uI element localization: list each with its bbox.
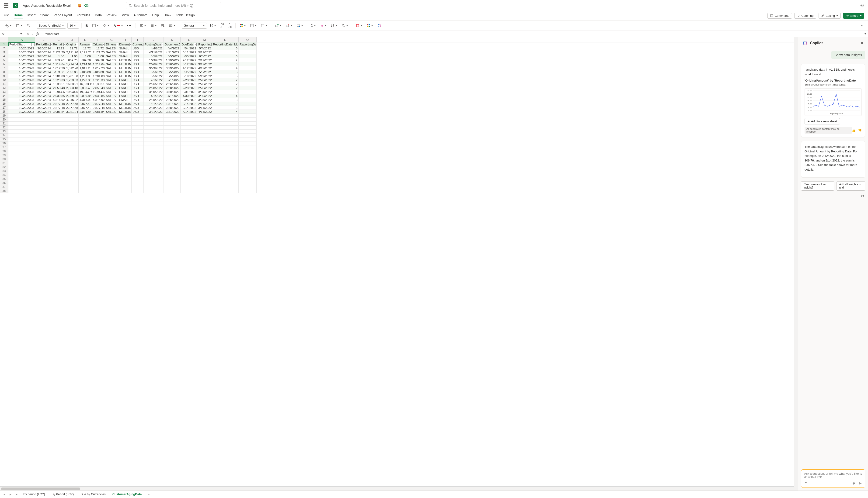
cell[interactable] bbox=[9, 122, 35, 126]
tab-review[interactable]: Review bbox=[106, 13, 117, 18]
cell[interactable]: 10/20/2023 bbox=[9, 106, 35, 110]
catchup-button[interactable]: Catch up bbox=[794, 13, 816, 19]
cell[interactable]: 5/19/2022 bbox=[197, 74, 212, 78]
cell[interactable] bbox=[164, 122, 181, 126]
cell[interactable] bbox=[92, 153, 105, 157]
row-header[interactable]: 12 bbox=[0, 86, 9, 90]
format-painter-button[interactable] bbox=[25, 23, 32, 28]
cell[interactable] bbox=[105, 181, 118, 185]
cell[interactable]: SALES bbox=[105, 70, 118, 74]
cell[interactable]: 3/20/2024 bbox=[35, 98, 52, 102]
cell[interactable] bbox=[79, 130, 92, 133]
cell[interactable] bbox=[131, 173, 144, 177]
filter-button[interactable] bbox=[50, 43, 52, 46]
cell[interactable]: 4/12/2022 bbox=[197, 66, 212, 70]
cell[interactable] bbox=[35, 153, 52, 157]
cell[interactable] bbox=[164, 161, 181, 165]
cell[interactable]: 1,214.64 bbox=[92, 62, 105, 66]
cell[interactable] bbox=[181, 161, 197, 165]
cell[interactable] bbox=[79, 181, 92, 185]
cell[interactable] bbox=[52, 181, 65, 185]
cell[interactable]: 1,223.33 bbox=[52, 78, 65, 82]
cell[interactable] bbox=[79, 114, 92, 118]
row-header[interactable]: 38 bbox=[0, 189, 9, 193]
cell[interactable] bbox=[118, 137, 131, 142]
cell[interactable] bbox=[79, 177, 92, 181]
microphone-icon[interactable] bbox=[852, 482, 856, 485]
cell[interactable]: 2,853.48 bbox=[52, 86, 65, 90]
cell[interactable]: 3,081.84 bbox=[79, 110, 92, 114]
cell[interactable] bbox=[239, 50, 257, 54]
cell[interactable]: 1.06 bbox=[79, 54, 92, 58]
cell[interactable]: 2 bbox=[212, 86, 239, 90]
cell[interactable]: -103.00 bbox=[79, 70, 92, 74]
cell[interactable] bbox=[35, 157, 52, 161]
cell[interactable] bbox=[92, 114, 105, 118]
cell[interactable] bbox=[181, 149, 197, 153]
cell[interactable] bbox=[164, 169, 181, 173]
cancel-formula-icon[interactable]: ✕ bbox=[27, 32, 29, 36]
cell[interactable]: 2 bbox=[212, 78, 239, 82]
cell[interactable] bbox=[35, 118, 52, 122]
cell[interactable] bbox=[92, 130, 105, 133]
column-header-H[interactable]: H bbox=[118, 37, 131, 42]
cell[interactable] bbox=[197, 122, 212, 126]
add-sheet-button[interactable]: + bbox=[146, 492, 151, 497]
cell[interactable] bbox=[79, 157, 92, 161]
cell[interactable]: SALES bbox=[105, 90, 118, 94]
cell[interactable]: 1,281.00 bbox=[92, 74, 105, 78]
sheet-tab-by-period--lcy-[interactable]: By period (LCY) bbox=[20, 492, 48, 497]
sort-filter-button[interactable] bbox=[329, 23, 339, 28]
cell[interactable] bbox=[92, 126, 105, 130]
filter-button[interactable] bbox=[161, 43, 163, 46]
cell[interactable] bbox=[131, 161, 144, 165]
cell[interactable] bbox=[239, 130, 257, 133]
sheet-tab-due-by-currencies[interactable]: Due by Currencies bbox=[77, 492, 109, 497]
cell[interactable] bbox=[52, 118, 65, 122]
cell[interactable]: 2,877.48 bbox=[92, 102, 105, 106]
cell[interactable]: 5 bbox=[212, 74, 239, 78]
thumbs-down-button[interactable]: 👎 bbox=[858, 129, 862, 132]
cell[interactable] bbox=[9, 118, 35, 122]
cell[interactable] bbox=[9, 130, 35, 133]
cell[interactable] bbox=[144, 185, 164, 189]
copilot-input-box[interactable] bbox=[801, 469, 865, 488]
cell[interactable] bbox=[181, 165, 197, 169]
table-header-cell[interactable]: ReportingDate bbox=[239, 42, 257, 47]
cell[interactable]: 2/26/2022 bbox=[164, 82, 181, 86]
cell[interactable] bbox=[239, 114, 257, 118]
cell[interactable] bbox=[144, 137, 164, 142]
cell[interactable]: 3/20/2024 bbox=[35, 90, 52, 94]
cell[interactable] bbox=[65, 161, 79, 165]
column-header-I[interactable]: I bbox=[131, 37, 144, 42]
cell[interactable] bbox=[65, 114, 79, 118]
cell[interactable] bbox=[65, 145, 79, 149]
copilot-ribbon-button[interactable] bbox=[376, 23, 383, 29]
cell[interactable] bbox=[164, 142, 181, 145]
cell[interactable] bbox=[79, 189, 92, 193]
cell[interactable] bbox=[181, 130, 197, 133]
cell[interactable]: 1,281.00 bbox=[52, 74, 65, 78]
table-header-cell[interactable]: PostingDate bbox=[144, 42, 164, 47]
cell[interactable]: 3/20/2024 bbox=[35, 110, 52, 114]
cell[interactable] bbox=[131, 133, 144, 137]
cell[interactable] bbox=[212, 185, 239, 189]
cell[interactable] bbox=[105, 145, 118, 149]
cell[interactable] bbox=[9, 114, 35, 118]
cell[interactable] bbox=[144, 161, 164, 165]
cell[interactable] bbox=[212, 133, 239, 137]
cell[interactable] bbox=[131, 153, 144, 157]
cell[interactable]: 2,853.48 bbox=[79, 86, 92, 90]
cell[interactable] bbox=[212, 189, 239, 193]
filter-button[interactable] bbox=[31, 43, 35, 46]
cell[interactable] bbox=[52, 173, 65, 177]
row-header[interactable]: 37 bbox=[0, 185, 9, 189]
copilot-textarea[interactable] bbox=[804, 472, 862, 481]
cell[interactable] bbox=[239, 165, 257, 169]
find-button[interactable] bbox=[340, 23, 349, 28]
cell[interactable]: USD bbox=[131, 70, 144, 74]
cell[interactable]: 2/1/2022 bbox=[144, 78, 164, 82]
cell[interactable]: SALES bbox=[105, 74, 118, 78]
cell[interactable]: 3/20/2024 bbox=[35, 86, 52, 90]
sheet-nav-prev[interactable]: ◄ bbox=[2, 492, 7, 497]
